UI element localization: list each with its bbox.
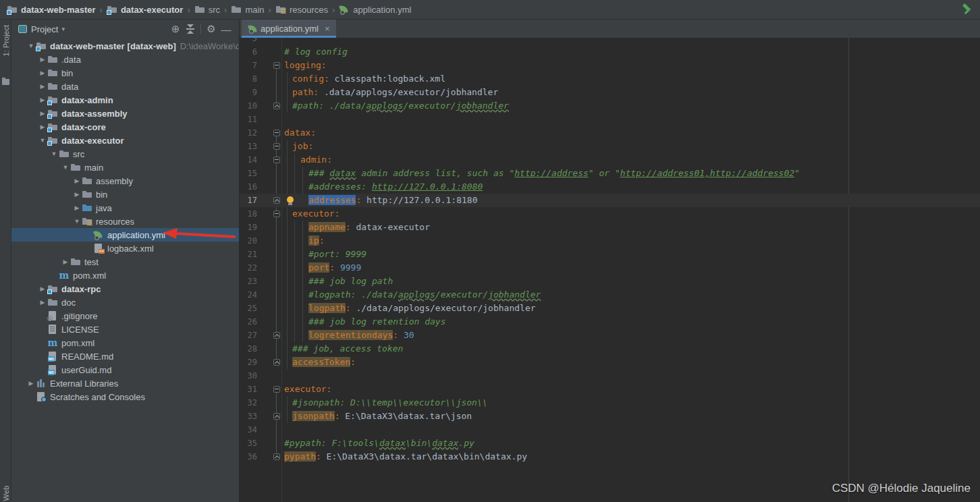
code-line-8[interactable]: 8config: classpath:logback.xml <box>240 72 980 86</box>
code-line-36[interactable]: 36pypath: E:\DataX3\datax.tar\datax\bin\… <box>240 450 980 464</box>
stripe-web-button[interactable]: Web <box>2 486 10 501</box>
tree-item-data[interactable]: ▶data <box>11 80 240 93</box>
tab-application-yml[interactable]: application.yml × <box>242 20 336 38</box>
code-line-14[interactable]: 14admin: <box>240 153 980 167</box>
tree-item-bin[interactable]: ▶bin <box>11 66 240 80</box>
code-line-32[interactable]: 32#jsonpath: D:\\temp\\executor\\json\\ <box>240 396 980 410</box>
breadcrumb-item-application-yml[interactable]: application.yml <box>339 4 411 15</box>
tab-close-icon[interactable]: × <box>325 24 330 34</box>
code-line-27[interactable]: 27logretentiondays: 30 <box>240 329 980 342</box>
chevron-right-icon[interactable]: ▶ <box>61 258 70 265</box>
chevron-right-icon[interactable]: ▶ <box>38 110 47 117</box>
tree-item-pom-xml[interactable]: mpom.xml <box>11 336 240 350</box>
fold-end-icon[interactable] <box>273 103 280 109</box>
fold-end-icon[interactable] <box>273 359 280 366</box>
chevron-down-icon[interactable]: ▼ <box>61 164 70 171</box>
code-line-16[interactable]: 16#addresses: http://127.0.0.1:8080 <box>240 180 980 194</box>
tree-item-pom-xml[interactable]: mpom.xml <box>11 269 240 282</box>
fold-expanded-icon[interactable] <box>273 143 280 150</box>
code-line-30[interactable]: 30 <box>240 369 980 383</box>
tree-item-java[interactable]: ▶java <box>11 201 240 215</box>
fold-end-icon[interactable] <box>273 332 280 339</box>
chevron-right-icon[interactable]: ▶ <box>72 177 82 184</box>
tree-item-bin[interactable]: ▶bin <box>11 188 240 201</box>
chevron-right-icon[interactable]: ▶ <box>38 56 47 63</box>
project-panel-title[interactable]: Project <box>31 24 58 34</box>
tree-item-scratches-and-consoles[interactable]: Scratches and Consoles <box>11 390 240 403</box>
code-line-34[interactable]: 34 <box>240 423 980 437</box>
tree-item-test[interactable]: ▶test <box>11 255 240 269</box>
tree-item-datax-web-master[interactable]: ▼datax-web-master[datax-web]D:\ideaWorke… <box>11 39 240 53</box>
code-line-12[interactable]: 12datax: <box>240 126 980 140</box>
tree-item-datax-rpc[interactable]: ▶datax-rpc <box>11 282 240 296</box>
tree-item-userguid-md[interactable]: MDuserGuid.md <box>11 363 240 376</box>
tree-item-license[interactable]: LICENSE <box>11 323 240 336</box>
tree-item-doc[interactable]: ▶doc <box>11 296 240 309</box>
chevron-down-icon[interactable]: ▼ <box>38 137 47 144</box>
code-line-11[interactable]: 11 <box>240 113 980 126</box>
code-line-6[interactable]: 6# log config <box>240 45 980 59</box>
breadcrumb-item-resources[interactable]: resources <box>275 4 328 15</box>
code-line-13[interactable]: 13job: <box>240 140 980 153</box>
code-line-25[interactable]: 25logpath: ./data/applogs/executor/jobha… <box>240 302 980 315</box>
tree-item-resources[interactable]: ▼resources <box>11 215 240 228</box>
build-hammer-icon[interactable] <box>961 3 973 16</box>
chevron-right-icon[interactable]: ▶ <box>72 204 82 211</box>
fold-expanded-icon[interactable] <box>273 157 280 163</box>
code-line-7[interactable]: 7logging: <box>240 59 980 72</box>
chevron-down-icon[interactable]: ▼ <box>49 150 59 157</box>
code-line-10[interactable]: 10#path: ./data/applogs/executor/jobhand… <box>240 99 980 113</box>
code-line-33[interactable]: 33jsonpath: E:\DataX3\datax.tar\json <box>240 410 980 423</box>
gear-icon[interactable]: ⚙ <box>204 23 219 35</box>
tree-item-datax-core[interactable]: ▶datax-core <box>11 120 240 134</box>
code-line-35[interactable]: 35#pypath: F:\tools\datax\bin\datax.py <box>240 437 980 450</box>
code-line-15[interactable]: 15### datax admin address list, such as … <box>240 167 980 180</box>
chevron-right-icon[interactable]: ▶ <box>38 299 47 306</box>
chevron-right-icon[interactable]: ▶ <box>38 69 47 76</box>
tree-item-main[interactable]: ▼main <box>11 161 240 174</box>
chevron-right-icon[interactable]: ▶ <box>72 191 82 198</box>
code-line-21[interactable]: 21#port: 9999 <box>240 248 980 261</box>
tree-item-src[interactable]: ▼src <box>11 147 240 161</box>
chevron-right-icon[interactable]: ▶ <box>38 96 47 103</box>
tree-item-external-libraries[interactable]: ▶External Libraries <box>11 376 240 390</box>
code-line-18[interactable]: 18executor: <box>240 207 980 221</box>
code-line-24[interactable]: 24#logpath: ./data/applogs/executor/jobh… <box>240 288 980 302</box>
code-line-19[interactable]: 19appname: datax-executor <box>240 221 980 234</box>
code-line-22[interactable]: 22port: 9999 <box>240 261 980 275</box>
tree-item-datax-assembly[interactable]: ▶datax-assembly <box>11 107 240 120</box>
breadcrumb-item-datax-executor[interactable]: datax-executor <box>107 4 183 15</box>
breadcrumb-item-src[interactable]: src <box>194 4 220 15</box>
code-line-28[interactable]: 28### job, access token <box>240 342 980 356</box>
tree-item-gitignore[interactable]: .gitignore <box>11 309 240 323</box>
tree-item-datax-executor[interactable]: ▼datax-executor <box>11 134 240 147</box>
tree-item-readme-md[interactable]: MDREADME.md <box>11 350 240 363</box>
chevron-right-icon[interactable]: ▶ <box>38 123 47 130</box>
fold-expanded-icon[interactable] <box>273 386 280 393</box>
code-line-26[interactable]: 26### job log retention days <box>240 315 980 329</box>
chevron-right-icon[interactable]: ▶ <box>38 83 47 90</box>
breadcrumb-item-datax-web-master[interactable]: datax-web-master <box>7 4 96 15</box>
intention-bulb-icon[interactable] <box>287 196 294 203</box>
code-line-17[interactable]: 17addresses: http://127.0.0.1:8180 <box>240 194 980 207</box>
tree-item-logback-xml[interactable]: <>logback.xml <box>11 242 240 255</box>
collapse-all-icon[interactable] <box>185 24 196 34</box>
tree-item-datax-admin[interactable]: ▶datax-admin <box>11 93 240 107</box>
code-line-20[interactable]: 20ip: <box>240 234 980 248</box>
fold-expanded-icon[interactable] <box>273 211 280 217</box>
chevron-down-icon[interactable]: ▼ <box>72 218 82 225</box>
code-line-29[interactable]: 29accessToken: <box>240 356 980 369</box>
code-line-31[interactable]: 31executor: <box>240 383 980 396</box>
code-line-23[interactable]: 23### job log path <box>240 275 980 288</box>
breadcrumb-item-main[interactable]: main <box>231 4 264 15</box>
chevron-down-icon[interactable]: ▾ <box>61 26 65 32</box>
fold-end-icon[interactable] <box>273 413 280 420</box>
stripe-project-button[interactable]: 1: Project <box>2 25 10 56</box>
fold-end-icon[interactable] <box>273 453 280 460</box>
chevron-right-icon[interactable]: ▶ <box>38 285 47 292</box>
chevron-right-icon[interactable]: ▶ <box>26 380 36 387</box>
fold-expanded-icon[interactable] <box>273 130 280 136</box>
tree-item-data[interactable]: ▶.data <box>11 53 240 66</box>
fold-end-icon[interactable] <box>273 197 280 204</box>
code-line-9[interactable]: 9path: .data/applogs/executor/jobhandler <box>240 86 980 99</box>
